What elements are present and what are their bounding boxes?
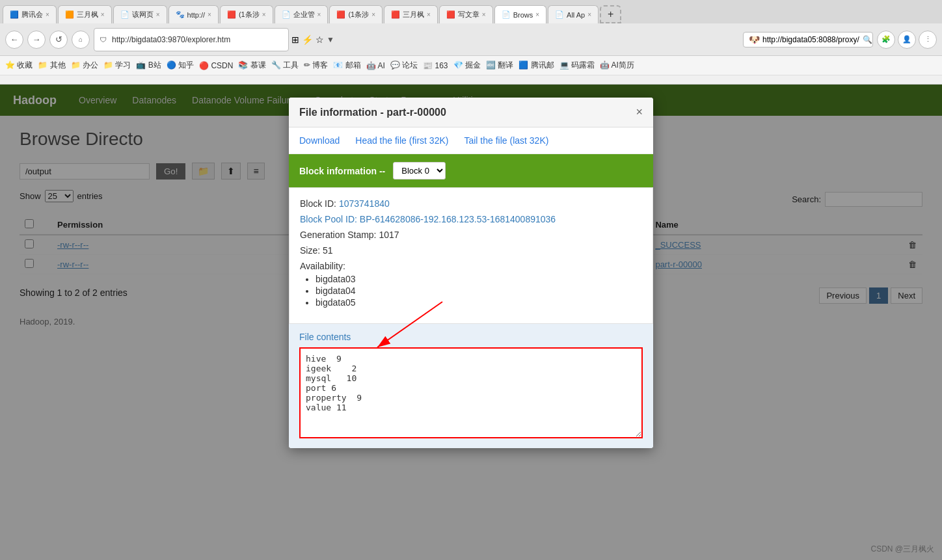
- page-area: Hadoop Overview Datanodes Datanode Volum…: [0, 85, 942, 560]
- tail-file-link[interactable]: Tail the file (last 32K): [464, 135, 548, 146]
- block-details: Block ID: 1073741840 Block Pool ID: BP-6…: [289, 187, 653, 324]
- bookmark-translate[interactable]: 🔤 翻译: [486, 60, 513, 71]
- extensions-icon[interactable]: 🧩: [877, 31, 895, 49]
- tab-http[interactable]: 🐾 http:// ×: [168, 5, 219, 23]
- tab-allap[interactable]: 📄 All Ap ×: [548, 5, 599, 23]
- bookmark-bilibili[interactable]: 📺 B站: [136, 60, 161, 71]
- dog-icon: 🐶: [749, 34, 760, 45]
- tab-csdn2[interactable]: 🟥 (1条涉 ×: [329, 5, 383, 23]
- availability-label: Availability:: [300, 261, 345, 271]
- lightning-icon: ⚡: [302, 34, 313, 45]
- bookmark-favorites[interactable]: ⭐ 收藏: [5, 60, 33, 71]
- file-contents-title: File contents: [299, 332, 643, 342]
- availability-host-2: bigdata04: [316, 286, 642, 296]
- bookmark-office[interactable]: 📁 办公: [71, 60, 98, 71]
- tab-march2[interactable]: 🟥 三月枫 ×: [384, 5, 438, 23]
- browser-tabs: 🟦 腾讯会 × 🟧 三月枫 × 📄 该网页 × 🐾 http:// × 🟥 (1…: [0, 0, 942, 23]
- availability-host-1: bigdata03: [316, 274, 642, 284]
- block-pool-value: BP-614628086-192.168.123.53-168140089103…: [360, 214, 556, 224]
- bookmark-ai[interactable]: 🤖 AI: [366, 61, 385, 70]
- block-id-value: 1073741840: [339, 198, 390, 209]
- head-file-link[interactable]: Head the file (first 32K): [355, 135, 448, 146]
- size-value: 51: [323, 245, 333, 256]
- file-contents-textarea[interactable]: hive 9 igeek 2 mysql 10 port 6 property …: [299, 347, 643, 438]
- generation-stamp-row: Generation Stamp: 1017: [300, 230, 642, 240]
- site-search-icon: ⊞: [291, 34, 299, 45]
- tab-enterprise[interactable]: 📄 企业管 ×: [275, 5, 329, 23]
- second-search-icon: 🔍: [863, 35, 872, 44]
- home-button[interactable]: ⌂: [72, 31, 90, 49]
- tab-march[interactable]: 🟧 三月枫 ×: [58, 5, 112, 23]
- file-contents-section: File contents hive 9 igeek 2 mysql 10 po…: [289, 324, 653, 448]
- back-button[interactable]: ←: [5, 31, 23, 49]
- availability-host-3: bigdata05: [316, 297, 642, 308]
- modal-title: File information - part-r-00000: [299, 107, 446, 118]
- bookmark-icon: ▼: [327, 35, 334, 44]
- security-icon: 🛡: [100, 36, 107, 44]
- bookmark-malu[interactable]: 💻 码露霜: [559, 60, 595, 71]
- bookmark-blog[interactable]: ✏ 博客: [304, 60, 328, 71]
- modal-links: Download Head the file (first 32K) Tail …: [289, 127, 653, 154]
- refresh-button[interactable]: ↺: [49, 31, 68, 49]
- bookmark-other[interactable]: 📁 其他: [38, 60, 65, 71]
- bookmark-study[interactable]: 📁 学习: [103, 60, 131, 71]
- bookmark-tools[interactable]: 🔧 工具: [271, 60, 299, 71]
- bookmark-163[interactable]: 📰 163: [423, 61, 448, 70]
- block-section-label: Block information --: [299, 166, 385, 176]
- modal-header: File information - part-r-00000 ×: [289, 98, 653, 127]
- generation-stamp-label: Generation Stamp:: [300, 230, 377, 240]
- new-tab-button[interactable]: +: [600, 5, 621, 23]
- profile-icon[interactable]: 👤: [898, 31, 916, 49]
- availability-row: Availability: bigdata03 bigdata04 bigdat…: [300, 261, 642, 308]
- download-link[interactable]: Download: [299, 135, 340, 146]
- modal-overlay: File information - part-r-00000 × Downlo…: [0, 85, 942, 560]
- star-icon[interactable]: ☆: [316, 34, 324, 45]
- bookmark-mail[interactable]: 📧 邮箱: [333, 60, 360, 71]
- availability-list: bigdata03 bigdata04 bigdata05: [300, 274, 642, 308]
- bookmark-csdn[interactable]: 🔴 CSDN: [199, 61, 233, 70]
- tab-tencent[interactable]: 🟦 腾讯会 ×: [3, 5, 57, 23]
- block-id-row: Block ID: 1073741840: [300, 198, 642, 209]
- bookmark-juejin[interactable]: 💎 掘金: [453, 60, 481, 71]
- bookmark-mooc[interactable]: 📚 慕课: [238, 60, 265, 71]
- tab-webpage[interactable]: 📄 该网页 ×: [113, 5, 167, 23]
- browser-toolbar: ← → ↺ ⌂ 🛡 ⊞ ⚡ ☆ ▼ 🐶 🔍 🧩 👤 ⋮: [0, 23, 942, 56]
- bookmark-ai-resume[interactable]: 🤖 AI简历: [600, 60, 634, 71]
- generation-stamp-value: 1017: [379, 230, 399, 240]
- block-select[interactable]: Block 0: [393, 162, 446, 180]
- menu-icon[interactable]: ⋮: [919, 31, 937, 49]
- bookmark-forum[interactable]: 💬 论坛: [390, 60, 418, 71]
- bookmarks-bar: ⭐ 收藏 📁 其他 📁 办公 📁 学习 📺 B站 🔵 知乎 🔴 CSDN 📚 慕…: [0, 56, 942, 75]
- size-label: Size:: [300, 245, 320, 256]
- block-id-label: Block ID:: [300, 198, 336, 209]
- block-pool-label: Block Pool ID:: [300, 214, 360, 224]
- bookmark-zhihu[interactable]: 🔵 知乎: [167, 60, 194, 71]
- file-info-modal: File information - part-r-00000 × Downlo…: [289, 98, 653, 448]
- block-pool-row: Block Pool ID: BP-614628086-192.168.123.…: [300, 214, 642, 224]
- size-row: Size: 51: [300, 245, 642, 256]
- address-bar[interactable]: [107, 31, 269, 49]
- tab-write[interactable]: 🟥 写文章 ×: [439, 5, 493, 23]
- block-section: Block information -- Block 0: [289, 154, 653, 187]
- tab-csdn1[interactable]: 🟥 (1条涉 ×: [220, 5, 273, 23]
- second-address-bar[interactable]: [762, 35, 860, 44]
- forward-button[interactable]: →: [27, 31, 46, 49]
- tab-browse[interactable]: 📄 Brows ×: [494, 5, 546, 23]
- bookmark-tencent-mail[interactable]: 🟦 腾讯邮: [518, 60, 554, 71]
- modal-close-button[interactable]: ×: [636, 105, 643, 119]
